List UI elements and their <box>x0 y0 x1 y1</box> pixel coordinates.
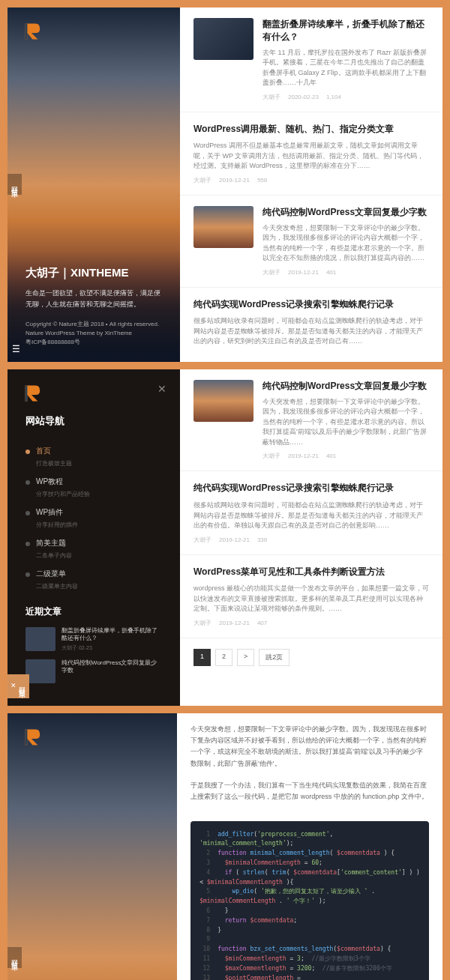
post-meta: 大胡子2020-02-231,104 <box>262 93 429 101</box>
main-content: 纯代码控制WordPress文章回复最少字数 今天突发奇想，想要限制一下文章评论… <box>180 369 442 706</box>
page-button-next[interactable]: > <box>237 649 254 666</box>
sidebar-menu-tab[interactable]: 网站菜单✕ <box>8 674 29 698</box>
copy-line: Nature WordPress Theme by XinTheme <box>26 329 162 338</box>
post-item[interactable]: 纯代码控制WordPress文章回复最少字数 今天突发奇想，想要限制一下文章评论… <box>180 369 442 471</box>
sidebar-bg-image <box>8 713 177 980</box>
post-thumbnail <box>194 206 254 248</box>
recent-item[interactable]: 翻盖折叠屏诗续摩半，折叠手机除了酷还有什么？大胡子 02-23 <box>26 627 162 652</box>
page-jump[interactable]: 跳2页 <box>259 649 290 666</box>
post-meta: 大胡子2019-12-21558 <box>194 176 429 184</box>
sidebar-menu-tab[interactable]: 网站菜单 <box>8 947 22 968</box>
post-excerpt: wordpress 最核心的功能其实是做一个发布文章的平台，如果想要一篇文章，可… <box>194 584 429 614</box>
nav-item-submenu[interactable]: 二级菜单 <box>26 563 162 585</box>
nav-heading: 网站导航 <box>26 414 162 428</box>
post-excerpt: WordPress 调用不但是最基本也是最常用最新文章，随机文章如何调用文章呢，… <box>194 141 429 172</box>
screenshot-3: 网站菜单 ☰ 大胡子｜XINTHEME 生命是一团欲望，欲望不满足便痛苦，满足便… <box>8 713 442 980</box>
post-meta: 大胡子2019-12-21401 <box>262 452 429 460</box>
post-meta: 大胡子2019-12-21407 <box>194 619 429 627</box>
main-content: 翻盖折叠屏诗续摩半，折叠手机除了酷还有什么？ 去年 11 月后，摩托罗拉在国外发… <box>180 7 442 362</box>
close-icon[interactable]: ✕ <box>158 383 166 395</box>
post-meta: 大胡子2019-12-21401 <box>262 268 429 276</box>
recent-item[interactable]: 纯代码控制WordPress文章回复最少字数 <box>26 659 162 683</box>
nav-list: 首页 打造极致主题 WP教程 分享技巧和产品经验 WP插件 分享好用的插件 简美… <box>26 440 162 590</box>
article-paragraph: 今天突发奇想，想要限制一下文章评论中的最少字数。因为，我发现现在很多时下复杂内容… <box>177 713 442 780</box>
post-title[interactable]: 纯代码控制WordPress文章回复最少字数 <box>262 380 429 393</box>
post-item[interactable]: WordPress调用最新、随机、热门、指定分类文章 WordPress 调用不… <box>180 112 442 196</box>
copyright: Copyright © Nature主题 2018 • All rights r… <box>26 320 162 347</box>
screenshot-2: ✕ 网站菜单✕ 网站导航 首页 打造极致主题 WP教程 分享技巧和产品经验 WP… <box>8 369 442 706</box>
nav-panel: ✕ 网站菜单✕ 网站导航 首页 打造极致主题 WP教程 分享技巧和产品经验 WP… <box>8 369 180 706</box>
sidebar: 网站菜单 ☰ 大胡子｜XINTHEME 生命是一团欲望，欲望不满足便痛苦，满足便… <box>8 7 180 362</box>
copy-line: Copyright © Nature主题 2018 • All rights r… <box>26 320 162 329</box>
copy-line: 粤ICP备88888888号 <box>26 338 162 347</box>
post-item[interactable]: WordPress菜单可见性和工具条件判断设置方法 wordpress 最核心的… <box>180 555 442 638</box>
page-button-1[interactable]: 1 <box>194 649 211 666</box>
post-excerpt: 很多站或网站收录有问题时，可能都会在站点监测蜘蛛爬行的轨迹考虑，对于网站内容是否… <box>194 500 429 531</box>
recent-heading: 近期文章 <box>26 605 162 618</box>
post-item[interactable]: 纯代码实现WordPress记录搜索引擎蜘蛛爬行记录 很多站或网站收录有问题时，… <box>180 288 442 362</box>
nav-item-tutorial[interactable]: WP教程 <box>26 471 162 493</box>
post-meta: 大胡子2019-12-21338 <box>194 536 429 544</box>
post-excerpt: 今天突发奇想，想要限制一下文章评论中的最少字数。因为，我发现很多很多评论的评论内… <box>262 397 429 448</box>
post-thumbnail <box>194 18 254 60</box>
article-content: 今天突发奇想，想要限制一下文章评论中的最少字数。因为，我发现现在很多时下复杂内容… <box>177 713 442 980</box>
post-excerpt: 今天突发奇想，想要限制一下文章评论中的最少字数。因为，我发现很多很多评论的评论内… <box>262 223 429 264</box>
post-item[interactable]: 翻盖折叠屏诗续摩半，折叠手机除了酷还有什么？ 去年 11 月后，摩托罗拉在国外发… <box>180 7 442 112</box>
post-excerpt: 很多站或网站收录有问题时，可能都会在站点监测蜘蛛爬行的轨迹考虑，对于网站内容是否… <box>194 316 429 347</box>
nav-item-home[interactable]: 首页 <box>26 440 162 462</box>
post-excerpt: 去年 11 月后，摩托罗拉在国外发布了 Razr 新版折叠屏手机。紧接着，三星在… <box>262 48 429 88</box>
hamburger-icon[interactable]: ☰ <box>12 344 20 354</box>
post-item[interactable]: 纯代码实现WordPress记录搜索引擎蜘蛛爬行记录 很多站或网站收录有问题时，… <box>180 471 442 554</box>
post-title[interactable]: 纯代码实现WordPress记录搜索引擎蜘蛛爬行记录 <box>194 298 429 311</box>
post-title[interactable]: WordPress调用最新、随机、热门、指定分类文章 <box>194 123 429 136</box>
recent-title: 翻盖折叠屏诗续摩半，折叠手机除了酷还有什么？ <box>62 627 162 643</box>
pagination: 1 2 > 跳2页 <box>180 638 442 677</box>
site-title[interactable]: 大胡子｜XINTHEME <box>26 266 162 280</box>
nav-item-theme[interactable]: 简美主题 <box>26 532 162 554</box>
logo[interactable] <box>21 21 42 42</box>
post-item[interactable]: 纯代码控制WordPress文章回复最少字数 今天突发奇想，想要限制一下文章评论… <box>180 196 442 288</box>
article-paragraph: 于是我搜了一个办法，我们算有一下当生纯代码实现复数值的效果，我简在百度上搜索到了… <box>177 780 442 814</box>
sidebar-menu-tab[interactable]: 网站菜单 <box>8 174 22 195</box>
post-title[interactable]: 翻盖折叠屏诗续摩半，折叠手机除了酷还有什么？ <box>262 18 429 43</box>
logo[interactable] <box>21 383 42 404</box>
site-desc: 生命是一团欲望，欲望不满足便痛苦，满足便无聊，人生就在痛苦和无聊之间摇摆。 <box>26 288 162 309</box>
screenshot-1: 网站菜单 ☰ 大胡子｜XINTHEME 生命是一团欲望，欲望不满足便痛苦，满足便… <box>8 7 442 362</box>
code-block: 1add_filter('preprocess_comment', 'minim… <box>190 821 429 980</box>
post-title[interactable]: 纯代码实现WordPress记录搜索引擎蜘蛛爬行记录 <box>194 482 429 494</box>
nav-item-plugin[interactable]: WP插件 <box>26 501 162 524</box>
recent-title: 纯代码控制WordPress文章回复最少字数 <box>62 659 162 675</box>
page-button-2[interactable]: 2 <box>215 649 232 666</box>
recent-meta: 大胡子 02-23 <box>62 644 162 652</box>
recent-thumb <box>26 627 56 651</box>
post-thumbnail <box>194 380 254 422</box>
recent-thumb <box>26 659 56 683</box>
sidebar-overlay: 大胡子｜XINTHEME 生命是一团欲望，欲望不满足便痛苦，满足便无聊，人生就在… <box>8 251 180 362</box>
sidebar: 网站菜单 ☰ 大胡子｜XINTHEME 生命是一团欲望，欲望不满足便痛苦，满足便… <box>8 713 177 980</box>
post-title[interactable]: 纯代码控制WordPress文章回复最少字数 <box>262 206 429 219</box>
post-title[interactable]: WordPress菜单可见性和工具条件判断设置方法 <box>194 566 429 578</box>
logo[interactable] <box>21 727 42 748</box>
